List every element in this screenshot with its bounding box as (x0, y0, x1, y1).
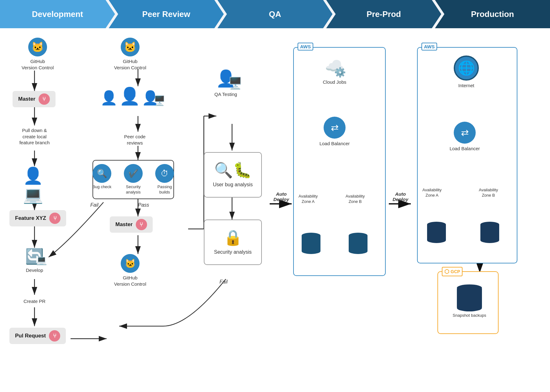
passing-check-item: ⏱ Passing builds (152, 164, 177, 195)
bug-check-item: 🔍 Bug check (89, 164, 114, 190)
prod-db1-cylinder (427, 222, 446, 243)
dev-cycle-icon: 🔄 💻 (25, 248, 44, 265)
dev-pull-down: Pull down &create localfeature branch (9, 125, 60, 146)
preprod-lb-label: Load Balancer (320, 140, 350, 147)
prod-db2-cylinder (480, 222, 499, 243)
security-check-label: Security analysis (121, 184, 146, 195)
prod-db1-bottom (427, 237, 446, 243)
dev-feature-label: Feature XYZ (15, 215, 46, 221)
dev-master-box: Master ⑂ (13, 91, 56, 107)
qa-user-bug-box: 🔍🐛 User bug analysis (204, 152, 262, 198)
prod-zone-a-label: AvailabilityZone A (422, 188, 442, 198)
peer-title: Peer Review (142, 9, 190, 19)
preprod-db2-bottom (349, 248, 368, 254)
passing-check-label: Passing builds (152, 184, 177, 195)
peer-github2-icon: 🐱 (121, 254, 140, 273)
prod-snapshot-bottom (457, 305, 482, 311)
peer-github2-label: GitHubVersion Control (114, 275, 146, 287)
peer-pass-label: Pass (138, 202, 149, 208)
prod-db2-bottom (480, 237, 499, 243)
qa-bug-icon: 🔍🐛 (214, 162, 252, 179)
header-banner: Development Peer Review QA Pre-Prod Prod… (0, 0, 550, 28)
dev-feature-box: Feature XYZ ⑂ (9, 210, 66, 226)
qa-fail-label: Fail (219, 279, 228, 285)
preprod-db1-label: Pre-Prod (302, 225, 320, 233)
peer-github2: 🐱 GitHubVersion Control (108, 254, 152, 287)
preprod-db1: Pre-Prod (302, 233, 320, 254)
prod-db2 (480, 222, 499, 243)
preprod-zone-b-label: AvailabilityZone B (346, 194, 365, 204)
prod-title: Production (471, 9, 514, 19)
prod-aws-box: AWS 🌐 Internet ⇄ Load Balancer Availabil… (417, 47, 517, 263)
qa-auto-deploy-label: AutoDeploy (270, 191, 292, 202)
preprod-cloud-jobs: ☁️⚙️ Cloud Jobs (316, 57, 353, 85)
prod-lb: ⇄ Load Balancer (449, 122, 480, 152)
dev-pr-git-badge: ⑂ (49, 330, 60, 342)
prod-snapshot: Snapshot backups (451, 284, 488, 318)
qa-security-label: Security analysis (214, 249, 251, 256)
dev-develop: 🔄 💻 Develop (16, 248, 53, 273)
preprod-db2-label: Pre-Prod (349, 225, 368, 233)
peer-reviews-label: Peer codereviews (110, 134, 160, 146)
check-row: 🔍 Bug check ✔️ Security analysis ⏱ Passi… (89, 164, 177, 195)
prod-snapshot-label: Snapshot backups (453, 313, 486, 318)
preprod-zone-a-label: AvailabilityZone A (299, 194, 318, 204)
header-production: Production (435, 0, 550, 28)
qa-person-icon: 👤 🖥️ (216, 69, 236, 88)
preprod-cloud-label: Cloud Jobs (323, 79, 346, 85)
prod-zone-b-label: AvailabilityZone B (479, 188, 498, 198)
qa-user-bug-label: User bug analysis (213, 182, 253, 188)
peer-fail-label: Fail (90, 202, 98, 208)
dev-pull-label: Pull down &create localfeature branch (19, 127, 50, 146)
security-check-icon: ✔️ (124, 164, 143, 183)
preprod-db2: Pre-Prod (349, 233, 368, 254)
dev-title: Development (32, 9, 83, 19)
header-preprod: Pre-Prod (326, 0, 441, 28)
prod-gcp-label: ⬡ GCP (442, 267, 463, 276)
dev-person: 👤💻 (17, 166, 49, 204)
qa-testing-label: QA Testing (214, 91, 237, 98)
preprod-aws-label: AWS (298, 43, 313, 50)
header-peer-review: Peer Review (109, 0, 224, 28)
preprod-db1-bottom (302, 248, 320, 254)
dev-pull-request-label: Pul Request (15, 333, 46, 339)
peer-people-group: 👤 👤 👤 🖥️ (100, 86, 159, 106)
dev-person-icon: 👤💻 (17, 166, 49, 204)
peer-master-box: Master ⑂ (110, 216, 153, 233)
dev-master-label: Master (18, 96, 35, 102)
security-check-item: ✔️ Security analysis (121, 164, 146, 195)
preprod-title: Pre-Prod (367, 9, 401, 19)
preprod-auto-deploy-label: AutoDeploy (389, 191, 411, 202)
peer-github: 🐱 GitHubVersion Control (111, 38, 149, 71)
prod-aws-label: AWS (421, 43, 437, 50)
peer-github-label: GitHubVersion Control (114, 58, 146, 71)
passing-check-icon: ⏱ (155, 164, 174, 183)
dev-github-icon: 🐱 (28, 38, 47, 56)
preprod-cloud-icon: ☁️⚙️ (325, 57, 344, 75)
peer-github-icon: 🐱 (121, 38, 140, 56)
dev-develop-label: Develop (26, 267, 43, 273)
dev-master-git-badge: ⑂ (39, 93, 50, 105)
dev-pull-request-box: Pul Request ⑂ (9, 328, 66, 344)
peer-master-git-badge: ⑂ (136, 219, 147, 230)
dev-create-pr-label: Create PR (24, 298, 45, 305)
prod-lb-label: Load Balancer (450, 146, 480, 152)
preprod-db1-cylinder: Pre-Prod (302, 233, 320, 254)
qa-title: QA (269, 9, 281, 19)
peer-master-label: Master (115, 221, 133, 228)
preprod-lb-icon: ⇄ (324, 117, 346, 139)
prod-db1 (427, 222, 446, 243)
dev-feature-git-badge: ⑂ (49, 213, 61, 224)
header-development: Development (0, 0, 115, 28)
prod-gcp-box: ⬡ GCP Snapshot backups (437, 271, 499, 334)
preprod-aws-box: AWS ☁️⚙️ Cloud Jobs ⇄ Load Balancer Avai… (293, 47, 386, 276)
prod-internet-label: Internet (458, 82, 474, 89)
prod-lb-icon: ⇄ (454, 122, 476, 144)
preprod-lb: ⇄ Load Balancer (319, 117, 350, 147)
prod-internet: 🌐 Internet (449, 56, 484, 89)
bug-check-label: Bug check (93, 184, 112, 190)
header-qa: QA (218, 0, 333, 28)
qa-security-box: 🔒 Security analysis (204, 220, 262, 265)
prod-snapshot-cylinder (457, 284, 482, 311)
peer-checks-box: 🔍 Bug check ✔️ Security analysis ⏱ Passi… (93, 160, 174, 199)
